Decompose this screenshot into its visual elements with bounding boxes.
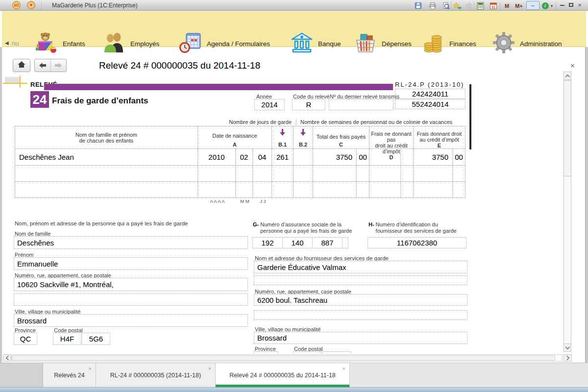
row-c-cell[interactable]: 375000	[313, 149, 369, 166]
home-icon	[18, 61, 25, 70]
menu-collapse-icon[interactable]: ◀	[5, 40, 9, 46]
provider-ville-field[interactable]: Brossard	[254, 332, 467, 344]
provider-name2-field[interactable]	[254, 275, 467, 285]
scroll-left-button[interactable]	[3, 354, 11, 362]
forward-button[interactable]	[51, 59, 67, 72]
maximize-button[interactable]	[567, 1, 575, 9]
calendar-icon[interactable]: 31	[489, 1, 497, 10]
row-name-cell[interactable]	[15, 182, 198, 197]
row-birth-day-cell[interactable]	[253, 166, 272, 182]
save-icon[interactable]	[414, 1, 422, 10]
payer-cp-part2-field[interactable]: 5G6	[82, 333, 110, 345]
row-b2-cell[interactable]	[294, 182, 313, 197]
payer-adresse2-field[interactable]	[14, 294, 248, 306]
provider-province-field-clipped[interactable]	[254, 351, 278, 354]
provider-adresse2-field[interactable]	[254, 310, 467, 320]
payer-nom-field[interactable]: Deschênes	[14, 236, 248, 249]
row-birth-day-cell[interactable]: 04	[253, 149, 272, 166]
tab-releves-24[interactable]: Relevés 24 ×	[43, 363, 96, 388]
back-button[interactable]	[35, 59, 51, 72]
menu-clipped-label[interactable]: nu	[12, 40, 19, 47]
info-icon[interactable]: i	[541, 1, 549, 10]
tab-releve-24-active[interactable]: Relevé 24 # 000000035 du 2014-11-18 ×	[216, 363, 350, 388]
row-birth-year-cell[interactable]: 2010	[198, 149, 236, 166]
row-name-cell[interactable]	[15, 166, 198, 182]
calculator-icon[interactable]	[476, 1, 485, 10]
titlebar-separator	[556, 1, 556, 9]
memory-store-button[interactable]: M	[503, 1, 511, 10]
full-width-toggle-icon[interactable]: ⇔	[526, 1, 539, 10]
scroll-right-button[interactable]	[564, 354, 572, 362]
menu-item-agenda[interactable]: Agenda / Formulaires	[179, 31, 270, 56]
print-preview-icon[interactable]	[441, 1, 450, 10]
horizontal-scroll-thumb[interactable]	[12, 355, 555, 361]
provider-cp-part2-field-clipped[interactable]	[322, 351, 351, 354]
h-id-field[interactable]: 1167062380	[368, 237, 466, 248]
menu-item-finances[interactable]: Finances	[423, 31, 476, 56]
menu-item-employes[interactable]: Employés	[103, 31, 159, 56]
menu-item-administration[interactable]: Administration	[492, 31, 562, 56]
row-name-cell[interactable]: Deschênes Jean	[15, 149, 198, 166]
row-birth-month-cell[interactable]: 02	[236, 149, 253, 166]
row-b1-cell[interactable]	[272, 166, 294, 182]
row-d-cell[interactable]	[369, 166, 414, 182]
preprint-number-top: 242424011	[395, 89, 466, 99]
add-favorite-icon[interactable]	[453, 1, 462, 10]
row-birth-day-cell[interactable]	[253, 182, 272, 197]
menu-item-enfants[interactable]: Enfants	[35, 31, 85, 56]
row-b2-cell[interactable]	[294, 166, 313, 182]
row-d-cell[interactable]	[369, 149, 414, 166]
row-b1-cell[interactable]: 261	[272, 149, 294, 166]
payer-prenom-field[interactable]: Emmanuelle	[14, 257, 248, 270]
annee-field[interactable]: 2014	[254, 99, 285, 110]
app-logo-1c-icon[interactable]: 1С	[12, 1, 21, 9]
provider-name-field[interactable]: Garderie Éducative Valmax	[254, 261, 467, 273]
minimize-button[interactable]	[558, 1, 566, 9]
payer-ville-field[interactable]: Brossard	[14, 314, 248, 327]
scroll-down-button[interactable]	[564, 343, 571, 352]
payer-province-field[interactable]: QC	[14, 333, 37, 345]
menu-item-depenses[interactable]: Dépenses	[354, 31, 412, 56]
print-icon[interactable]	[428, 1, 437, 10]
row-e-cell[interactable]	[414, 182, 465, 197]
row-c-cell[interactable]	[313, 166, 369, 182]
g-sin-field[interactable]: 192 140 887	[252, 237, 348, 248]
dernier-releve-field[interactable]	[329, 99, 393, 110]
provider-adresse-field[interactable]: 6200 boul. Taschreau	[254, 294, 467, 306]
code-releve-field[interactable]: R	[292, 99, 325, 110]
favorites-icon[interactable]	[465, 1, 473, 10]
row-e-cell[interactable]: 375000	[414, 149, 465, 166]
purple-down-arrow-icon	[280, 129, 285, 137]
row-e-cell[interactable]	[414, 166, 465, 182]
memory-add-button[interactable]: M+	[514, 1, 524, 10]
provider-cp-part1-field-clipped[interactable]	[293, 351, 321, 354]
home-button[interactable]	[13, 59, 30, 72]
form-header-bar	[44, 84, 393, 90]
menu-item-banque[interactable]: Banque	[291, 31, 341, 56]
tab-close-icon[interactable]: ×	[343, 366, 345, 371]
row-birth-year-cell[interactable]	[198, 166, 236, 182]
tab-close-icon[interactable]: ×	[89, 366, 92, 371]
purple-down-arrow-icon	[300, 129, 306, 137]
tabbar-left-gutter	[0, 363, 43, 388]
payer-section-title: Nom, prénom et adresse de la personne qu…	[15, 220, 188, 226]
tab-close-icon[interactable]: ×	[208, 366, 211, 371]
row-b2-cell[interactable]	[294, 149, 313, 166]
row-b1-cell[interactable]	[272, 182, 294, 197]
row-birth-month-cell[interactable]	[236, 166, 253, 182]
info-dropdown-icon[interactable]: ▾	[549, 1, 555, 10]
system-menu-dropdown-icon[interactable]: ▾	[27, 1, 35, 9]
window-close-button[interactable]: ×	[576, 1, 584, 9]
payer-adresse-field[interactable]: 10620 Sackville #1, Montréal,	[14, 278, 248, 291]
vertical-scroll-thumb[interactable]	[564, 80, 571, 176]
row-d-cell[interactable]	[369, 182, 414, 197]
row-birth-year-cell[interactable]	[198, 182, 236, 197]
row-c-cell[interactable]	[313, 182, 369, 197]
row-birth-month-cell[interactable]	[236, 182, 253, 197]
main-menu-ribbon: ◀ nu Enfants Employés Agenda / Formulair…	[2, 11, 586, 47]
tab-rl24-document[interactable]: RL-24 # 000000035 (2014-11-18) ×	[96, 363, 216, 388]
semaines-caption: Nombre de semaines de pensionnat ou de c…	[300, 119, 452, 125]
scroll-up-button[interactable]	[564, 72, 571, 80]
payer-cp-part1-field[interactable]: H4F	[53, 333, 81, 345]
form-close-button[interactable]: ×	[570, 62, 575, 69]
